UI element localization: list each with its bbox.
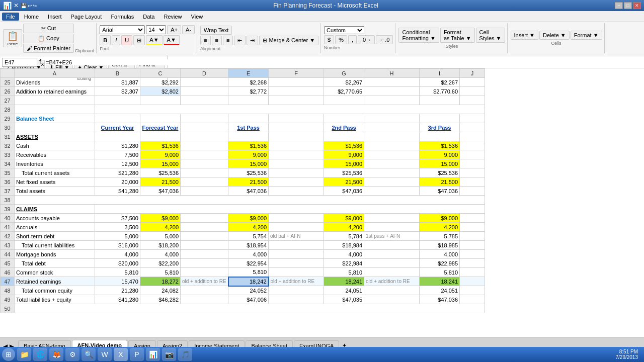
cell-c35[interactable]: $25,536 (140, 168, 181, 177)
cell-a26[interactable]: Addition to retained earnings (15, 87, 95, 96)
cell-i32[interactable]: $1,536 (420, 141, 460, 150)
row-number-26[interactable]: 26 (1, 87, 15, 96)
format-button[interactable]: Format ▼ (571, 31, 602, 40)
taskbar-explorer-button[interactable]: 📁 (17, 348, 31, 361)
col-header-d[interactable]: D (181, 69, 228, 78)
cell-f30[interactable] (269, 123, 324, 132)
cell-h43[interactable] (364, 241, 420, 250)
cell-g30[interactable]: 2nd Pass (324, 123, 364, 132)
cell-a47[interactable]: Retained earnings (15, 277, 95, 286)
taskbar-excel2-button[interactable]: 📊 (146, 348, 160, 361)
cell-a48[interactable]: Total common equity (15, 286, 95, 295)
cell-h46[interactable] (364, 268, 420, 277)
col-header-c[interactable]: C (140, 69, 181, 78)
cell-a46[interactable]: Common stock (15, 268, 95, 277)
taskbar-chrome-button[interactable]: ⚙ (65, 348, 79, 361)
cell-i30[interactable]: 3rd Pass (420, 123, 460, 132)
cell-j44[interactable] (460, 250, 485, 259)
cell-b39[interactable] (95, 205, 485, 214)
cell-f34[interactable] (269, 159, 324, 168)
row-number-39[interactable]: 39 (1, 205, 15, 214)
cell-i49[interactable]: $47,036 (420, 295, 460, 304)
conditional-formatting-button[interactable]: ConditionalFormatting ▼ (398, 28, 439, 43)
bold-button[interactable]: B (100, 35, 111, 45)
cell-j32[interactable] (460, 141, 485, 150)
cell-h35[interactable] (364, 168, 420, 177)
cell-j48[interactable] (460, 286, 485, 295)
cell-h41[interactable] (364, 223, 420, 232)
cell-h26[interactable] (364, 87, 420, 96)
cell-d36[interactable] (181, 177, 228, 187)
cell-b48[interactable]: 21,280 (95, 286, 140, 295)
cell-a42[interactable]: Short-term debt (15, 232, 95, 241)
cell-a31[interactable]: ASSETS (15, 132, 95, 141)
cell-j34[interactable] (460, 159, 485, 168)
row-number-33[interactable]: 33 (1, 150, 15, 159)
cell-b32[interactable]: $1,280 (95, 141, 140, 150)
cell-g40[interactable]: $9,000 (324, 214, 364, 223)
cell-f33[interactable] (269, 150, 324, 159)
cell-i35[interactable]: $25,536 (420, 168, 460, 177)
cell-d27[interactable] (181, 96, 228, 105)
cell-g47[interactable]: 18,241 (324, 277, 364, 286)
cell-e48[interactable]: 24,052 (228, 286, 269, 295)
cell-e29[interactable] (228, 114, 269, 123)
cell-e34[interactable]: 15,000 (228, 159, 269, 168)
wrap-text-button[interactable]: Wrap Text (200, 26, 232, 35)
cell-d40[interactable] (181, 214, 228, 223)
cell-f31[interactable] (269, 132, 324, 141)
cell-f37[interactable] (269, 187, 324, 196)
row-number-50[interactable]: 50 (1, 304, 15, 313)
cell-j29[interactable] (460, 114, 485, 123)
cell-reference-box[interactable] (2, 58, 37, 67)
cell-c42[interactable]: 5,000 (140, 232, 181, 241)
row-number-29[interactable]: 29 (1, 114, 15, 123)
font-grow-button[interactable]: A+ (167, 25, 181, 34)
cell-h32[interactable] (364, 141, 420, 150)
cell-d44[interactable] (181, 250, 228, 259)
row-number-30[interactable]: 30 (1, 123, 15, 132)
cell-e42[interactable]: 5,754 (228, 232, 269, 241)
taskbar-excel-button[interactable]: X (114, 348, 128, 361)
cell-a34[interactable]: Inventories (15, 159, 95, 168)
cell-e35[interactable]: $25,536 (228, 168, 269, 177)
cell-f43[interactable] (269, 241, 324, 250)
cell-h31[interactable] (364, 132, 420, 141)
cell-h29[interactable] (364, 114, 420, 123)
cell-d33[interactable] (181, 150, 228, 159)
cell-d43[interactable] (181, 241, 228, 250)
cell-d41[interactable] (181, 223, 228, 232)
cell-d30[interactable] (181, 123, 228, 132)
row-number-35[interactable]: 35 (1, 168, 15, 177)
menu-data[interactable]: Data (139, 13, 158, 21)
percent-button[interactable]: % (335, 35, 347, 44)
cell-a35[interactable]: Total current assets (15, 168, 95, 177)
cell-e32[interactable]: $1,536 (228, 141, 269, 150)
cell-c41[interactable]: 4,200 (140, 223, 181, 232)
cell-d35[interactable] (181, 168, 228, 177)
cell-b25[interactable]: $1,887 (95, 78, 140, 87)
cell-a36[interactable]: Net fixed assets (15, 177, 95, 187)
cell-g36[interactable]: 21,500 (324, 177, 364, 187)
row-number-25[interactable]: 25 (1, 78, 15, 87)
cell-a41[interactable]: Accruals (15, 223, 95, 232)
cell-b45[interactable]: $20,000 (95, 259, 140, 268)
cell-e27[interactable] (228, 96, 269, 105)
cell-b36[interactable]: 20,000 (95, 177, 140, 187)
cell-j36[interactable] (460, 177, 485, 187)
cell-a44[interactable]: Mortgage bonds (15, 250, 95, 259)
cell-g42[interactable]: 5,784 (324, 232, 364, 241)
cell-g46[interactable]: 5,810 (324, 268, 364, 277)
cell-g25[interactable]: $2,267 (324, 78, 364, 87)
cell-f42[interactable]: old bal + AFN (269, 232, 324, 241)
align-center-button[interactable]: ≡ (212, 36, 222, 45)
cell-c30[interactable]: Forecast Year (140, 123, 181, 132)
font-family-select[interactable]: Arial (100, 25, 145, 34)
cell-c32[interactable]: $1,536 (140, 141, 181, 150)
taskbar-word-button[interactable]: W (98, 348, 112, 361)
cell-d45[interactable] (181, 259, 228, 268)
cell-c29[interactable] (140, 114, 181, 123)
menu-page-layout[interactable]: Page Layout (67, 13, 106, 21)
cell-a38[interactable] (15, 196, 485, 205)
cell-h45[interactable] (364, 259, 420, 268)
